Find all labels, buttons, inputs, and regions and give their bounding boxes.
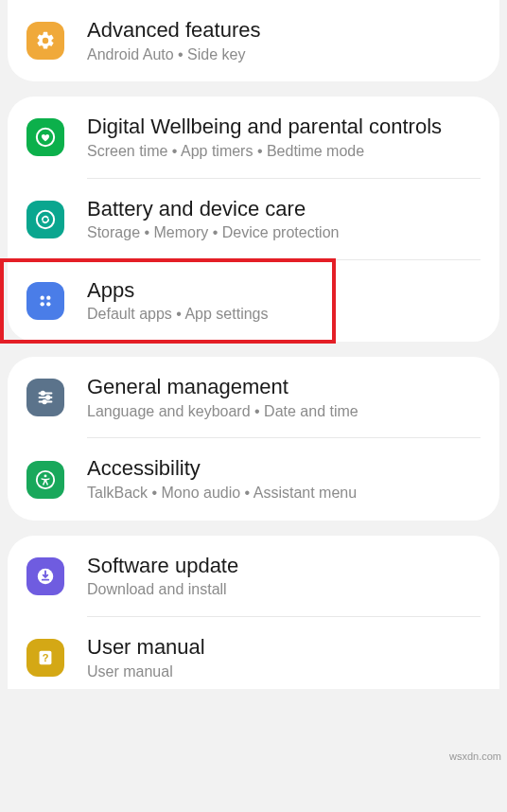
dots-grid-icon	[26, 282, 64, 320]
sliders-icon	[26, 379, 64, 416]
settings-item-title: General management	[87, 374, 481, 400]
svg-point-13	[44, 474, 47, 477]
settings-item-subtitle: Android Auto • Side key	[87, 45, 481, 65]
svg-point-1	[37, 211, 54, 228]
settings-item-advanced-features[interactable]: Advanced features Android Auto • Side ke…	[8, 0, 499, 81]
settings-item-text: Digital Wellbeing and parental controls …	[87, 114, 481, 161]
settings-item-title: Apps	[87, 277, 315, 304]
settings-item-title: Accessibility	[87, 455, 481, 482]
book-question-icon: ?	[26, 639, 64, 677]
person-circle-icon	[26, 461, 64, 499]
settings-item-text: Software update Download and install	[87, 553, 481, 600]
settings-group: General management Language and keyboard…	[8, 357, 499, 521]
settings-item-subtitle: TalkBack • Mono audio • Assistant menu	[87, 484, 481, 503]
settings-item-user-manual[interactable]: ? User manual User manual	[8, 617, 499, 689]
settings-item-subtitle: User manual	[87, 662, 481, 682]
svg-point-4	[41, 302, 44, 306]
heart-circle-icon	[26, 118, 64, 156]
settings-item-text: Battery and device care Storage • Memory…	[87, 196, 481, 243]
svg-point-9	[46, 397, 49, 399]
settings-group: Advanced features Android Auto • Side ke…	[8, 0, 499, 81]
svg-text:?: ?	[43, 652, 49, 663]
settings-item-text: User manual User manual	[87, 634, 481, 681]
watermark-text: wsxdn.com	[449, 750, 501, 762]
settings-item-title: Digital Wellbeing and parental controls	[87, 114, 481, 140]
gear-plus-icon	[26, 22, 64, 60]
settings-item-title: Software update	[87, 553, 481, 579]
download-circle-icon	[26, 557, 64, 595]
settings-group: Software update Download and install ? U…	[8, 536, 499, 690]
svg-point-3	[46, 296, 50, 300]
svg-point-5	[46, 302, 50, 306]
settings-item-title: Battery and device care	[87, 196, 481, 222]
settings-item-apps[interactable]: Apps Default apps • App settings	[2, 260, 334, 342]
settings-item-text: Apps Default apps • App settings	[87, 277, 315, 325]
settings-group: Digital Wellbeing and parental controls …	[8, 97, 499, 342]
settings-item-battery-care[interactable]: Battery and device care Storage • Memory…	[8, 179, 499, 260]
settings-item-subtitle: Default apps • App settings	[87, 305, 315, 325]
settings-item-text: Advanced features Android Auto • Side ke…	[87, 17, 481, 64]
svg-point-2	[41, 296, 44, 300]
settings-item-text: Accessibility TalkBack • Mono audio • As…	[87, 455, 481, 503]
settings-item-subtitle: Language and keyboard • Date and time	[87, 402, 481, 422]
svg-point-11	[43, 400, 45, 403]
settings-item-digital-wellbeing[interactable]: Digital Wellbeing and parental controls …	[8, 97, 499, 178]
settings-item-title: Advanced features	[87, 17, 481, 44]
settings-item-accessibility[interactable]: Accessibility TalkBack • Mono audio • As…	[8, 438, 499, 520]
settings-item-subtitle: Storage • Memory • Device protection	[87, 223, 481, 243]
settings-item-software-update[interactable]: Software update Download and install	[8, 536, 499, 617]
refresh-circle-icon	[26, 201, 64, 238]
settings-item-general-management[interactable]: General management Language and keyboard…	[8, 357, 499, 438]
settings-item-subtitle: Screen time • App timers • Bedtime mode	[87, 142, 481, 162]
settings-item-subtitle: Download and install	[87, 580, 481, 600]
svg-point-7	[42, 392, 44, 395]
settings-item-title: User manual	[87, 634, 481, 661]
settings-item-text: General management Language and keyboard…	[87, 374, 481, 421]
